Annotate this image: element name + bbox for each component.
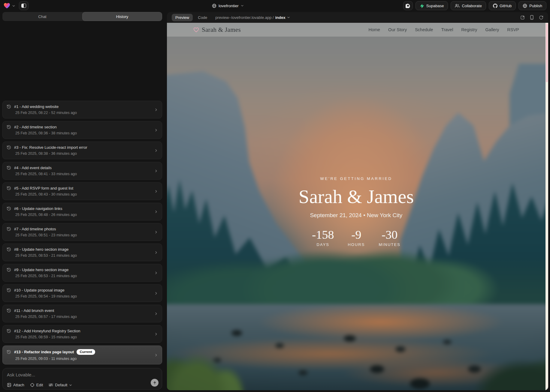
settings-button[interactable] <box>403 1 413 10</box>
history-item-timestamp: 25 Feb 2025, 08:54 - 19 minutes ago <box>15 294 152 298</box>
tab-code[interactable]: Code <box>198 15 207 20</box>
countdown-unit: -158 DAYS <box>312 229 334 247</box>
history-icon <box>7 308 11 313</box>
history-item-title: #7 - Add timeline photos <box>14 227 56 231</box>
chevron-right-icon <box>154 271 158 275</box>
site-logo[interactable]: Sarah & James <box>193 26 241 34</box>
site-nav: HomeOur StoryScheduleTravelRegistryGalle… <box>368 27 519 32</box>
history-item[interactable]: #6 - Update navigation links 25 Feb 2025… <box>2 203 162 220</box>
history-item-title: #10 - Update proposal image <box>14 288 65 292</box>
chevron-right-icon <box>154 291 158 295</box>
site-nav-link[interactable]: Gallery <box>485 27 499 32</box>
project-switcher[interactable]: lovefrontier <box>212 0 244 11</box>
attach-image-icon <box>7 383 11 387</box>
history-item-title: #9 - Update hero section image <box>14 268 68 272</box>
mode-chevron-down-icon <box>69 384 72 387</box>
countdown-label: HOURS <box>348 242 365 247</box>
supabase-button[interactable]: Supabase <box>416 1 448 10</box>
chat-input[interactable] <box>7 372 133 378</box>
history-icon <box>7 350 11 354</box>
edit-button[interactable]: Edit <box>30 383 43 387</box>
chevron-right-icon <box>154 148 158 153</box>
tab-preview[interactable]: Preview <box>172 14 193 21</box>
current-badge: Current <box>77 349 95 355</box>
history-item[interactable]: #7 - Add timeline photos 25 Feb 2025, 08… <box>2 223 162 241</box>
hero-content: WE'RE GETTING MARRIED Sarah & James Sept… <box>167 176 545 247</box>
site-nav-link[interactable]: Registry <box>461 27 477 32</box>
publish-label: Publish <box>529 4 542 8</box>
site-nav-link[interactable]: RSVP <box>507 27 519 32</box>
preview-url[interactable]: preview--lovefrontier.lovable.app / inde… <box>215 15 290 20</box>
countdown-label: DAYS <box>312 242 334 247</box>
history-icon <box>7 186 11 190</box>
lovable-logo-icon[interactable] <box>4 3 10 9</box>
preview-toolbar: Preview Code preview--lovefrontier.lovab… <box>167 12 548 23</box>
history-item-timestamp: 25 Feb 2025, 08:53 - 21 minutes ago <box>15 274 152 278</box>
site-nav-link[interactable]: Home <box>368 27 380 32</box>
tab-chat[interactable]: Chat <box>2 12 82 21</box>
chevron-right-icon <box>154 353 158 357</box>
scrollbar-thumb[interactable] <box>546 23 548 82</box>
gear-icon <box>406 3 410 8</box>
hero-date-location: September 21, 2024 • New York City <box>167 212 545 219</box>
edit-label: Edit <box>36 383 43 387</box>
history-item-timestamp: 25 Feb 2025, 08:38 - 36 minutes ago <box>15 151 152 156</box>
site-scrollbar[interactable] <box>545 23 548 390</box>
preview-panel: Preview Code preview--lovefrontier.lovab… <box>167 12 548 390</box>
url-chevron-down-icon <box>287 16 290 19</box>
mode-select[interactable]: Default <box>49 383 72 387</box>
countdown-value: -158 <box>312 229 334 241</box>
history-item[interactable]: #12 - Add Honeyfund Registry Section 25 … <box>2 325 162 343</box>
history-item[interactable]: #10 - Update proposal image 25 Feb 2025,… <box>2 284 162 302</box>
site-nav-link[interactable]: Travel <box>441 27 453 32</box>
publish-button[interactable]: Publish <box>518 1 546 10</box>
heart-outline-icon <box>193 27 199 32</box>
app-topbar: lovefrontier Supabase Collaborate GitHub <box>0 0 550 11</box>
external-link-icon <box>520 15 525 20</box>
history-item-title: #8 - Update hero section image <box>14 247 68 252</box>
refresh-button[interactable] <box>539 15 543 20</box>
collaborate-button[interactable]: Collaborate <box>451 1 486 10</box>
sidebar-toggle-button[interactable] <box>19 1 29 10</box>
history-item[interactable]: #5 - Add RSVP form and guest list 25 Feb… <box>2 182 162 200</box>
project-name: lovefrontier <box>219 4 239 8</box>
countdown: -158 DAYS -9 HOURS -30 MINUTES <box>167 229 545 247</box>
project-chevron-down-icon <box>241 4 244 7</box>
chevron-right-icon <box>154 169 158 173</box>
mobile-view-button[interactable] <box>530 15 534 20</box>
mode-label: Default <box>55 383 67 387</box>
site-nav-link[interactable]: Our Story <box>388 27 407 32</box>
open-in-new-tab-button[interactable] <box>520 15 525 20</box>
attach-button[interactable]: Attach <box>7 383 24 387</box>
history-item-title: #12 - Add Honeyfund Registry Section <box>14 329 80 333</box>
history-item-timestamp: 25 Feb 2025, 08:53 - 21 minutes ago <box>15 253 152 258</box>
history-item[interactable]: #8 - Update hero section image 25 Feb 20… <box>2 244 162 261</box>
chevron-right-icon <box>154 332 158 336</box>
site-preview: Sarah & James HomeOur StoryScheduleTrave… <box>167 23 548 390</box>
chevron-right-icon <box>154 210 158 214</box>
send-button[interactable] <box>151 379 159 387</box>
history-item-timestamp: 25 Feb 2025, 09:03 - 11 minutes ago <box>15 357 152 361</box>
chevron-right-icon <box>154 189 158 193</box>
users-icon <box>455 4 460 8</box>
history-item[interactable]: #13 - Refactor index page layoutCurrent … <box>2 346 162 364</box>
site-nav-link[interactable]: Schedule <box>415 27 433 32</box>
history-item-title: #6 - Update navigation links <box>14 206 62 211</box>
history-item[interactable]: #2 - Add timeline section 25 Feb 2025, 0… <box>2 121 162 139</box>
workspace-chevron-down-icon[interactable] <box>12 4 15 7</box>
github-button[interactable]: GitHub <box>489 1 516 10</box>
history-item[interactable]: #4 - Add event details 25 Feb 2025, 08:4… <box>2 162 162 180</box>
history-item-title: #2 - Add timeline section <box>14 125 57 129</box>
chevron-right-icon <box>154 128 158 132</box>
crosshair-icon <box>30 383 35 387</box>
history-item[interactable]: #1 - Add wedding website 25 Feb 2025, 08… <box>2 101 162 118</box>
history-item[interactable]: #11 - Add brunch event 25 Feb 2025, 08:5… <box>2 305 162 322</box>
history-item[interactable]: #3 - Fix: Resolve Lucide-react import er… <box>2 142 162 159</box>
history-icon <box>7 227 11 231</box>
history-item[interactable]: #9 - Update hero section image 25 Feb 20… <box>2 264 162 282</box>
supabase-icon <box>420 4 424 8</box>
sidebar-tabs: Chat History <box>2 12 162 21</box>
tab-history[interactable]: History <box>82 12 162 21</box>
countdown-label: MINUTES <box>379 242 400 247</box>
history-item-title: #13 - Refactor index page layoutCurrent <box>14 349 95 355</box>
